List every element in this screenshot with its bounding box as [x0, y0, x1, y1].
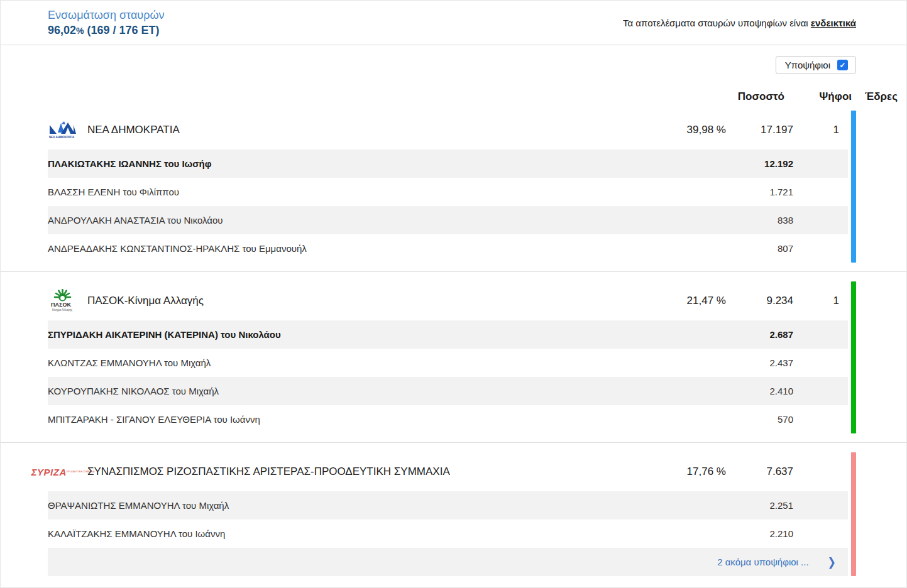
pasok-logo-subtitle: Κίνημα Αλλαγής [52, 308, 73, 312]
party-name: ΣΥΝΑΣΠΙΣΜΟΣ ΡΙΖΟΣΠΑΣΤΙΚΗΣ ΑΡΙΣΤΕΡΑΣ-ΠΡΟΟ… [87, 466, 450, 478]
candidate-votes: 12.192 [726, 158, 793, 169]
party-seats: 1 [793, 124, 839, 136]
candidate-name: ΠΛΑΚΙΩΤΑΚΗΣ ΙΩΑΝΝΗΣ του Ιωσήφ [48, 158, 632, 169]
syriza-logo-title: ΣΥΡΙΖΑ [31, 467, 67, 477]
nd-logo-caption: ΝΕΑ ΔΗΜΟΚΡΑΤΙΑ [49, 136, 75, 139]
party-votes: 9.234 [726, 295, 793, 307]
candidate-votes: 838 [726, 215, 793, 226]
percent-sign: % [76, 26, 84, 36]
candidate-name: ΑΝΔΡΕΑΔΑΚΗΣ ΚΩΝΣΤΑΝΤΙΝΟΣ-ΗΡΑΚΛΗΣ του Εμμ… [48, 243, 632, 254]
candidates-toggle-button[interactable]: Υποψήφιοι ✓ [776, 56, 856, 74]
party-votes: 17.197 [726, 124, 793, 136]
party-section-pasok: ΠΑΣΟΚ Κίνημα Αλλαγής ΠΑΣΟΚ-Κίνημα Αλλαγή… [1, 272, 906, 443]
candidate-votes: 2.437 [726, 357, 793, 368]
table-column-headers: Ποσοστό Ψήφοι Έδρες [1, 87, 906, 107]
pasok-logo-icon: ΠΑΣΟΚ Κίνημα Αλλαγής [48, 289, 78, 313]
progress-percent: 96,02 [48, 24, 76, 36]
candidate-votes: 2.687 [726, 329, 793, 340]
progress-detail: (169 / 176 ΕΤ) [84, 24, 160, 36]
party-section-nea-dimokratia: ΝΕΑ ΔΗΜΟΚΡΑΤΙΑ ΝΕΑ ΔΗΜΟΚΡΑΤΙΑ 39,98 % 17… [1, 107, 906, 272]
toolbar: Υποψήφιοι ✓ [1, 45, 906, 74]
candidate-row[interactable]: ΚΛΩΝΤΖΑΣ ΕΜΜΑΝΟΥΗΛ του Μιχαήλ 2.437 [48, 349, 848, 377]
candidate-row[interactable]: ΜΠΙΤΖΑΡΑΚΗ - ΣΙΓΑΝΟΥ ΕΛΕΥΘΕΡΙΑ του Ιωάνν… [48, 405, 848, 433]
party-percent: 39,98 % [632, 124, 726, 136]
candidate-votes: 807 [726, 243, 793, 254]
party-name: ΝΕΑ ΔΗΜΟΚΡΑΤΙΑ [87, 124, 180, 136]
candidates-toggle-label: Υποψήφιοι [785, 60, 830, 70]
party-row[interactable]: ΣΥΡΙΖΑ ΠΡΟΟΔΕΥΤΙΚΗ ΣΥΜΜΑΧΙΑ ΣΥΝΑΣΠΙΣΜΟΣ … [48, 452, 848, 491]
candidate-name: ΜΠΙΤΖΑΡΑΚΗ - ΣΙΓΑΝΟΥ ΕΛΕΥΘΕΡΙΑ του Ιωάνν… [48, 414, 632, 425]
candidate-row[interactable]: ΘΡΑΨΑΝΙΩΤΗΣ ΕΜΜΑΝΟΥΗΛ του Μιχαήλ 2.251 [48, 491, 848, 520]
more-candidates-link[interactable]: 2 ακόμα υποψήφιοι ... ❯ [48, 548, 848, 576]
candidate-row[interactable]: ΒΛΑΣΣΗ ΕΛΕΝΗ του Φιλίππου 1.721 [48, 178, 848, 206]
candidate-row[interactable]: ΑΝΔΡΕΑΔΑΚΗΣ ΚΩΝΣΤΑΝΤΙΝΟΣ-ΗΡΑΚΛΗΣ του Εμμ… [48, 234, 848, 263]
results-notice: Τα αποτελέσματα σταυρών υποψηφίων είναι … [623, 18, 856, 28]
party-name: ΠΑΣΟΚ-Κίνημα Αλλαγής [87, 295, 204, 307]
candidate-name: ΣΠΥΡΙΔΑΚΗ ΑΙΚΑΤΕΡΙΝΗ (ΚΑΤΕΡΙΝΑ) του Νικο… [48, 329, 632, 340]
party-seats: 1 [793, 295, 839, 307]
page-header: Ενσωμάτωση σταυρών 96,02% (169 / 176 ΕΤ)… [1, 1, 906, 45]
candidate-votes: 1.721 [726, 187, 793, 197]
party-result-bar [851, 111, 856, 263]
candidate-name: ΘΡΑΨΑΝΙΩΤΗΣ ΕΜΜΑΝΟΥΗΛ του Μιχαήλ [48, 500, 632, 511]
party-percent: 21,47 % [632, 295, 726, 307]
candidate-name: ΚΑΛΑΪΤΖΑΚΗΣ ΕΜΜΑΝΟΥΗΛ του Ιωάννη [48, 528, 632, 539]
notice-text: Τα αποτελέσματα σταυρών υποψηφίων είναι [623, 18, 811, 28]
party-votes: 7.637 [726, 466, 793, 478]
candidate-votes: 2.210 [726, 528, 793, 539]
integration-block: Ενσωμάτωση σταυρών 96,02% (169 / 176 ΕΤ) [48, 9, 164, 37]
candidate-votes: 570 [726, 414, 793, 425]
nea-dimokratia-logo-icon: ΝΕΑ ΔΗΜΟΚΡΑΤΙΑ [48, 120, 78, 140]
column-header-seats: Έδρες [852, 90, 898, 103]
column-header-percent: Ποσοστό [690, 90, 784, 103]
candidate-row[interactable]: ΠΛΑΚΙΩΤΑΚΗΣ ΙΩΑΝΝΗΣ του Ιωσήφ 12.192 [48, 150, 848, 178]
party-result-bar [851, 281, 856, 433]
candidate-votes: 2.410 [726, 386, 793, 396]
integration-title: Ενσωμάτωση σταυρών [48, 9, 164, 22]
column-header-votes: Ψήφοι [784, 90, 852, 103]
candidate-name: ΚΟΥΡΟΥΠΑΚΗΣ ΝΙΚΟΛΑΟΣ του Μιχαήλ [48, 386, 632, 396]
pasok-logo-title: ΠΑΣΟΚ [51, 302, 71, 308]
more-candidates-label[interactable]: 2 ακόμα υποψήφιοι ... [717, 557, 808, 567]
chevron-right-icon[interactable]: ❯ [828, 555, 836, 569]
party-row[interactable]: ΠΑΣΟΚ Κίνημα Αλλαγής ΠΑΣΟΚ-Κίνημα Αλλαγή… [48, 281, 848, 320]
candidate-row[interactable]: ΚΑΛΑΪΤΖΑΚΗΣ ΕΜΜΑΝΟΥΗΛ του Ιωάννη 2.210 [48, 520, 848, 548]
candidate-row[interactable]: ΚΟΥΡΟΥΠΑΚΗΣ ΝΙΚΟΛΑΟΣ του Μιχαήλ 2.410 [48, 377, 848, 405]
party-row[interactable]: ΝΕΑ ΔΗΜΟΚΡΑΤΙΑ ΝΕΑ ΔΗΜΟΚΡΑΤΙΑ 39,98 % 17… [48, 111, 848, 150]
candidate-name: ΑΝΔΡΟΥΛΑΚΗ ΑΝΑΣΤΑΣΙΑ του Νικολάου [48, 215, 632, 226]
candidate-name: ΚΛΩΝΤΖΑΣ ΕΜΜΑΝΟΥΗΛ του Μιχαήλ [48, 357, 632, 368]
candidate-name: ΒΛΑΣΣΗ ΕΛΕΝΗ του Φιλίππου [48, 187, 632, 197]
indicative-link[interactable]: ενδεικτικά [811, 18, 856, 28]
integration-progress: 96,02% (169 / 176 ΕΤ) [48, 24, 164, 37]
candidate-row[interactable]: ΑΝΔΡΟΥΛΑΚΗ ΑΝΑΣΤΑΣΙΑ του Νικολάου 838 [48, 206, 848, 234]
party-result-bar [851, 452, 856, 576]
candidate-votes: 2.251 [726, 500, 793, 511]
candidate-row[interactable]: ΣΠΥΡΙΔΑΚΗ ΑΙΚΑΤΕΡΙΝΗ (ΚΑΤΕΡΙΝΑ) του Νικο… [48, 320, 848, 349]
party-percent: 17,76 % [632, 466, 726, 478]
party-section-syriza: ΣΥΡΙΖΑ ΠΡΟΟΔΕΥΤΙΚΗ ΣΥΜΜΑΧΙΑ ΣΥΝΑΣΠΙΣΜΟΣ … [1, 443, 906, 582]
candidates-checkbox[interactable]: ✓ [837, 60, 848, 70]
syriza-logo-icon: ΣΥΡΙΖΑ ΠΡΟΟΔΕΥΤΙΚΗ ΣΥΜΜΑΧΙΑ [48, 467, 78, 477]
